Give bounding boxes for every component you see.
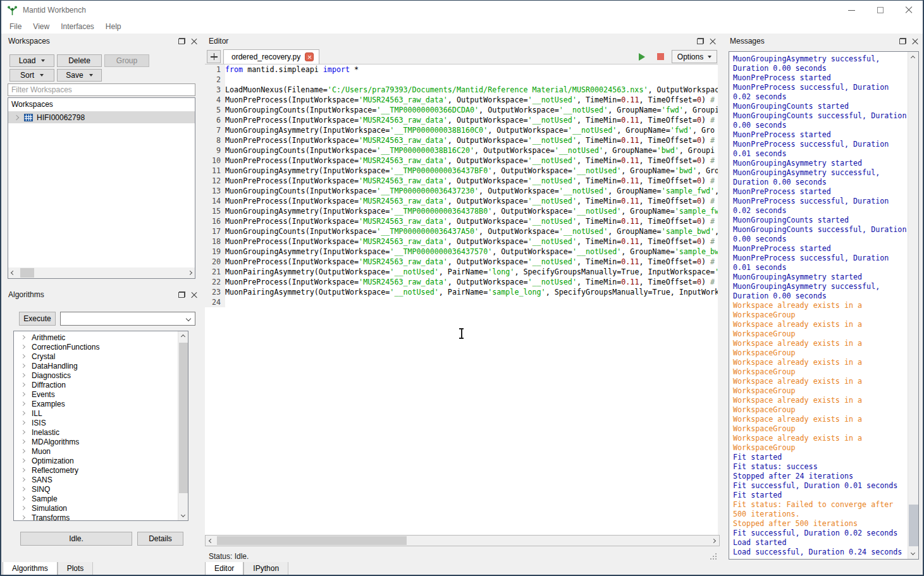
scroll-right-icon[interactable]	[188, 271, 192, 275]
algorithm-category-sinq[interactable]: SINQ	[14, 484, 177, 494]
scroll-left-icon[interactable]	[11, 271, 15, 275]
scrollbar-thumb[interactable]	[20, 268, 34, 278]
sort-button[interactable]: Sort	[9, 69, 54, 82]
save-button[interactable]: Save	[57, 69, 102, 82]
code-text[interactable]: MuonPairingAsymmetry(OutputWorkspace='__…	[225, 287, 718, 297]
scroll-up-icon[interactable]	[181, 334, 185, 339]
code-line[interactable]: 8MuonPreProcess(InputWorkspace='MUSR2456…	[205, 135, 718, 145]
code-line[interactable]: 21MuonPairingAsymmetry(OutputWorkspace='…	[205, 267, 718, 277]
code-text[interactable]: MuonPreProcess(InputWorkspace='MUSR24563…	[225, 95, 715, 105]
undock-icon[interactable]	[178, 38, 185, 44]
undock-icon[interactable]	[178, 291, 185, 298]
algorithm-category-diagnostics[interactable]: Diagnostics	[14, 371, 177, 380]
close-panel-icon[interactable]	[191, 291, 197, 298]
code-text[interactable]: MuonGroupingAsymmetry(InputWorkspace='__…	[225, 247, 718, 257]
algorithm-category-optimization[interactable]: Optimization	[14, 456, 177, 465]
options-button[interactable]: Options	[672, 50, 717, 63]
menu-help[interactable]: Help	[100, 20, 127, 33]
code-text[interactable]: MuonPreProcess(InputWorkspace='MUSR24563…	[225, 277, 715, 287]
code-line[interactable]: 17MuonGroupingCounts(InputWorkspace='__T…	[205, 226, 718, 236]
algorithm-category-muon[interactable]: Muon	[14, 446, 177, 456]
algorithm-progress-button[interactable]: Idle.	[20, 532, 132, 546]
run-script-button[interactable]	[635, 51, 649, 63]
delete-button[interactable]: Delete	[57, 54, 102, 67]
algorithm-category-examples[interactable]: Examples	[14, 399, 177, 408]
algorithm-category-transforms[interactable]: Transforms	[14, 513, 177, 521]
code-line[interactable]: 4MuonPreProcess(InputWorkspace='MUSR2456…	[205, 95, 718, 105]
code-text[interactable]: MuonPreProcess(InputWorkspace='MUSR24563…	[225, 156, 715, 166]
editor-horizontal-scrollbar[interactable]	[205, 535, 720, 546]
algorithm-category-crystal[interactable]: Crystal	[14, 352, 177, 361]
code-line[interactable]: 23MuonPairingAsymmetry(OutputWorkspace='…	[205, 287, 718, 297]
code-line[interactable]: 22MuonPreProcess(InputWorkspace='MUSR245…	[205, 277, 718, 287]
algorithm-category-diffraction[interactable]: Diffraction	[14, 380, 177, 389]
code-text[interactable]: MuonPreProcess(InputWorkspace='MUSR24563…	[225, 216, 715, 226]
close-panel-icon[interactable]	[710, 38, 716, 44]
algorithm-category-reflectometry[interactable]: Reflectometry	[14, 465, 177, 475]
code-line[interactable]: 16MuonPreProcess(InputWorkspace='MUSR245…	[205, 216, 718, 226]
editor-tab-ordered-recovery[interactable]: ordered_recovery.py	[223, 49, 319, 64]
abort-script-button[interactable]	[653, 51, 667, 63]
scroll-down-icon[interactable]	[181, 513, 185, 517]
close-panel-icon[interactable]	[191, 38, 197, 44]
workspaces-horizontal-scrollbar[interactable]	[8, 267, 195, 278]
code-text[interactable]: MuonGroupingCounts(InputWorkspace='__TMP…	[225, 186, 718, 196]
code-text[interactable]: MuonGroupingCounts(InputWorkspace='__TMP…	[225, 105, 718, 115]
code-line[interactable]: 10MuonPreProcess(InputWorkspace='MUSR245…	[205, 156, 718, 166]
undock-icon[interactable]	[899, 38, 906, 44]
messages-vertical-scrollbar[interactable]	[908, 52, 918, 559]
menu-interfaces[interactable]: Interfaces	[55, 20, 100, 33]
code-line[interactable]: 24	[205, 297, 718, 307]
code-line[interactable]: 9MuonGroupingCounts(InputWorkspace='__TM…	[205, 145, 718, 156]
code-text[interactable]: MuonGroupingAsymmetry(InputWorkspace='__…	[225, 125, 715, 135]
tab-plots[interactable]: Plots	[58, 562, 94, 576]
menu-file[interactable]: File	[4, 20, 27, 33]
workspace-item[interactable]: HIFI00062798	[8, 111, 195, 123]
code-line[interactable]: 14MuonPreProcess(InputWorkspace='MUSR245…	[205, 196, 718, 206]
minimize-button[interactable]	[837, 1, 866, 20]
code-text[interactable]: MuonPreProcess(InputWorkspace='MUSR24563…	[225, 236, 715, 247]
algorithm-category-arithmetic[interactable]: Arithmetic	[14, 333, 177, 342]
scroll-up-icon[interactable]	[911, 56, 915, 60]
algorithm-category-simulation[interactable]: Simulation	[14, 503, 177, 513]
code-line[interactable]: 11MuonGroupingAsymmetry(InputWorkspace='…	[205, 166, 718, 176]
close-button[interactable]	[894, 1, 923, 20]
code-line[interactable]: 3LoadMuonNexus(Filename='C:/Users/pra793…	[205, 85, 718, 95]
maximize-button[interactable]	[866, 1, 894, 20]
scrollbar-thumb[interactable]	[179, 343, 188, 493]
code-text[interactable]: MuonPreProcess(InputWorkspace='MUSR24563…	[225, 115, 715, 125]
details-button[interactable]: Details	[137, 532, 183, 546]
new-tab-button[interactable]	[207, 50, 221, 63]
scrollbar-thumb[interactable]	[217, 536, 407, 545]
code-line[interactable]: 6MuonPreProcess(InputWorkspace='MUSR2456…	[205, 115, 718, 125]
scroll-left-icon[interactable]	[209, 539, 213, 543]
algorithm-category-correctionfunctions[interactable]: CorrectionFunctions	[14, 342, 177, 352]
tab-ipython[interactable]: IPython	[243, 562, 288, 576]
code-text[interactable]: MuonGroupingCounts(InputWorkspace='__TMP…	[225, 145, 715, 156]
code-line[interactable]: 18MuonPreProcess(InputWorkspace='MUSR245…	[205, 236, 718, 247]
code-text[interactable]: LoadMuonNexus(Filename='C:/Users/pra7939…	[225, 85, 718, 95]
code-text[interactable]: MuonGroupingAsymmetry(InputWorkspace='__…	[225, 166, 718, 176]
scroll-down-icon[interactable]	[911, 551, 915, 555]
code-text[interactable]: from mantid.simpleapi import *	[225, 64, 359, 75]
algorithm-category-sample[interactable]: Sample	[14, 494, 177, 503]
resize-grip[interactable]	[710, 553, 717, 560]
filter-workspaces-input[interactable]	[8, 83, 195, 96]
close-tab-icon[interactable]	[305, 52, 314, 61]
algorithms-vertical-scrollbar[interactable]	[178, 331, 188, 520]
algorithm-search-combobox[interactable]	[60, 312, 195, 326]
undock-icon[interactable]	[697, 38, 704, 44]
code-line[interactable]: 20MuonPreProcess(InputWorkspace='MUSR245…	[205, 257, 718, 267]
code-text[interactable]: MuonPreProcess(InputWorkspace='MUSR24563…	[225, 135, 715, 145]
tab-editor[interactable]: Editor	[205, 562, 243, 576]
group-button[interactable]: Group	[104, 54, 149, 67]
code-text[interactable]: MuonPreProcess(InputWorkspace='MUSR24563…	[225, 257, 715, 267]
code-line[interactable]: 7MuonGroupingAsymmetry(InputWorkspace='_…	[205, 125, 718, 135]
close-panel-icon[interactable]	[912, 38, 918, 44]
code-line[interactable]: 13MuonGroupingCounts(InputWorkspace='__T…	[205, 186, 718, 196]
code-line[interactable]: 15MuonGroupingAsymmetry(InputWorkspace='…	[205, 206, 718, 216]
expand-chevron-icon[interactable]	[14, 114, 19, 119]
code-text[interactable]: MuonPreProcess(InputWorkspace='MUSR24563…	[225, 176, 715, 186]
messages-log[interactable]: MuonGroupingAsymmetry successful,Duratio…	[729, 51, 919, 560]
tab-algorithms[interactable]: Algorithms	[3, 562, 58, 576]
